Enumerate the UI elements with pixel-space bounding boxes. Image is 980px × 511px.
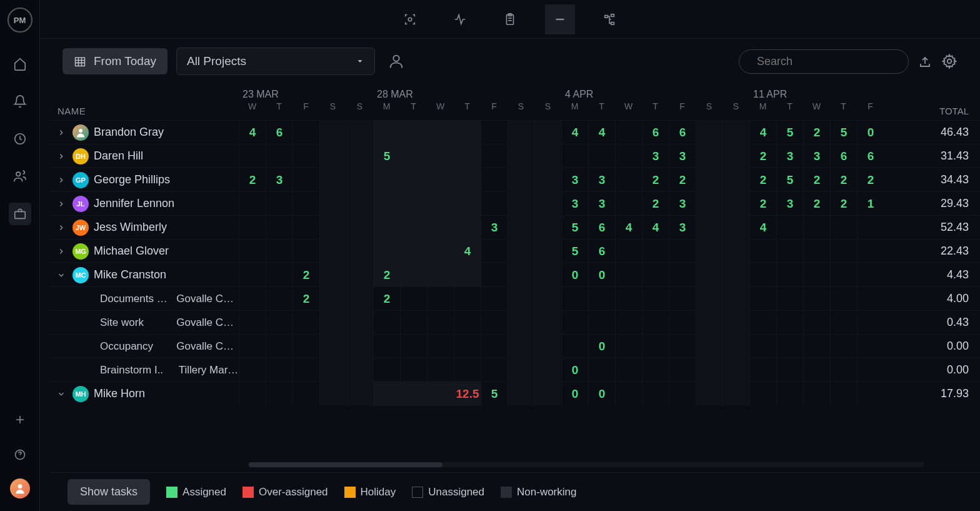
workload-cell[interactable] <box>561 144 588 168</box>
workload-cell[interactable] <box>508 144 534 168</box>
workload-cell[interactable]: 2 <box>857 168 884 192</box>
workload-cell[interactable] <box>830 263 857 287</box>
expand-toggle[interactable] <box>55 176 68 185</box>
workload-cell[interactable]: 12.5 <box>454 382 481 406</box>
workload-cell[interactable] <box>669 311 696 335</box>
workload-cell[interactable] <box>346 263 373 287</box>
workload-cell[interactable] <box>696 311 722 335</box>
workload-cell[interactable] <box>400 144 427 168</box>
workload-cell[interactable] <box>776 335 803 358</box>
workload-cell[interactable] <box>803 358 830 382</box>
workload-cell[interactable] <box>266 240 292 263</box>
workload-cell[interactable] <box>508 358 534 382</box>
expand-toggle[interactable] <box>55 152 68 161</box>
workload-cell[interactable] <box>481 168 508 192</box>
workload-cell[interactable] <box>534 382 561 406</box>
workload-cell[interactable] <box>508 263 534 287</box>
workload-cell[interactable] <box>346 121 373 144</box>
workload-cell[interactable] <box>292 311 319 335</box>
bell-icon[interactable] <box>9 90 31 113</box>
workload-cell[interactable] <box>292 335 319 358</box>
workload-cell[interactable] <box>400 168 427 192</box>
help-icon[interactable] <box>9 443 31 466</box>
workload-cell[interactable] <box>561 287 588 311</box>
people-icon[interactable] <box>9 165 31 188</box>
workload-cell[interactable] <box>373 216 400 240</box>
workload-cell[interactable] <box>534 358 561 382</box>
workload-cell[interactable] <box>400 311 427 335</box>
workload-cell[interactable] <box>642 311 669 335</box>
workload-cell[interactable] <box>427 168 454 192</box>
workload-cell[interactable]: 3 <box>776 192 803 216</box>
workload-cell[interactable] <box>319 216 346 240</box>
workload-cell[interactable] <box>427 358 454 382</box>
workload-cell[interactable]: 4 <box>749 121 776 144</box>
workload-cell[interactable] <box>319 335 346 358</box>
workload-cell[interactable] <box>857 287 884 311</box>
workload-cell[interactable]: 3 <box>669 192 696 216</box>
activity-icon[interactable] <box>445 4 475 34</box>
workload-cell[interactable] <box>588 358 615 382</box>
workload-cell[interactable] <box>749 263 776 287</box>
workload-cell[interactable] <box>481 240 508 263</box>
workload-cell[interactable] <box>481 192 508 216</box>
workload-cell[interactable] <box>722 335 749 358</box>
workload-cell[interactable] <box>454 121 481 144</box>
workload-cell[interactable] <box>669 335 696 358</box>
workload-cell[interactable]: 4 <box>239 121 266 144</box>
workload-cell[interactable] <box>722 382 749 406</box>
workload-cell[interactable] <box>319 311 346 335</box>
workload-cell[interactable] <box>373 240 400 263</box>
workload-cell[interactable] <box>427 263 454 287</box>
workload-cell[interactable] <box>830 335 857 358</box>
workload-cell[interactable]: 5 <box>373 144 400 168</box>
workload-cell[interactable]: 0 <box>561 358 588 382</box>
workload-cell[interactable] <box>776 263 803 287</box>
workload-cell[interactable] <box>803 335 830 358</box>
workload-cell[interactable] <box>696 382 722 406</box>
workload-cell[interactable] <box>400 358 427 382</box>
workload-cell[interactable]: 4 <box>615 216 642 240</box>
workload-cell[interactable] <box>749 311 776 335</box>
workload-cell[interactable] <box>722 216 749 240</box>
workload-cell[interactable] <box>319 240 346 263</box>
workload-cell[interactable] <box>561 311 588 335</box>
workload-cell[interactable] <box>642 335 669 358</box>
workload-cell[interactable] <box>292 382 319 406</box>
workload-cell[interactable] <box>615 240 642 263</box>
workload-cell[interactable]: 2 <box>373 263 400 287</box>
workload-cell[interactable] <box>857 335 884 358</box>
workload-cell[interactable] <box>615 382 642 406</box>
workload-cell[interactable] <box>722 311 749 335</box>
workload-cell[interactable] <box>508 168 534 192</box>
person-filter-icon[interactable] <box>388 53 405 70</box>
workload-cell[interactable] <box>534 168 561 192</box>
workload-icon[interactable] <box>545 4 575 34</box>
workload-cell[interactable] <box>749 287 776 311</box>
workload-cell[interactable] <box>454 335 481 358</box>
expand-toggle[interactable] <box>55 247 68 256</box>
workload-cell[interactable] <box>427 335 454 358</box>
workload-cell[interactable] <box>669 382 696 406</box>
workload-cell[interactable]: 6 <box>266 121 292 144</box>
workload-cell[interactable] <box>239 311 266 335</box>
workload-cell[interactable] <box>642 358 669 382</box>
workload-cell[interactable]: 2 <box>803 121 830 144</box>
workload-cell[interactable]: 4 <box>454 240 481 263</box>
workload-cell[interactable] <box>427 287 454 311</box>
workload-cell[interactable] <box>319 168 346 192</box>
workload-cell[interactable] <box>615 168 642 192</box>
workload-cell[interactable] <box>481 358 508 382</box>
workload-cell[interactable] <box>292 144 319 168</box>
workload-cell[interactable]: 2 <box>749 192 776 216</box>
workload-cell[interactable] <box>346 287 373 311</box>
workload-cell[interactable] <box>266 192 292 216</box>
workload-cell[interactable] <box>239 358 266 382</box>
workload-cell[interactable] <box>508 335 534 358</box>
workload-cell[interactable] <box>454 192 481 216</box>
workload-cell[interactable]: 0 <box>588 382 615 406</box>
workload-cell[interactable] <box>266 216 292 240</box>
workload-cell[interactable] <box>266 311 292 335</box>
workload-cell[interactable]: 3 <box>803 144 830 168</box>
workload-cell[interactable]: 6 <box>588 216 615 240</box>
